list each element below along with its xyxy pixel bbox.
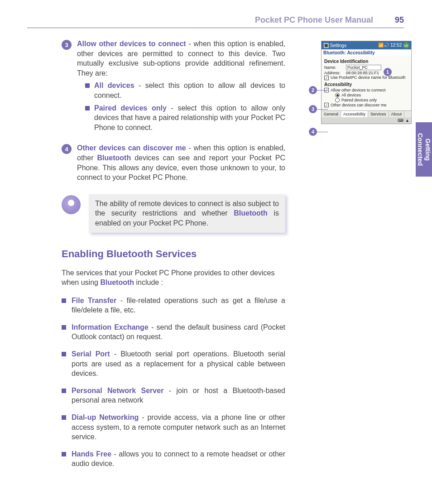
callout-1: 1 [384,68,392,76]
bluetooth-keyword: Bluetooth [234,209,268,217]
step-4-title: Other devices can discover me [77,144,186,152]
allow-connect-row: ✓ Allow other devices to connect [324,88,408,92]
sub-item-all-devices: All devices - select this option to allo… [85,81,285,100]
service-serial-port: Serial Port - Bluetooth serial port oper… [62,349,285,379]
paired-only-label: Paired devices only [341,98,377,102]
service-title: Dial-up Networking [72,413,139,421]
bullet-icon [62,389,66,393]
screenshot-illustration: 🔳 Settings 📶🔊 12:52 ok Bluetooth: Access… [310,41,412,124]
service-title: Information Exchange [72,323,149,331]
service-file-transfer: File Transfer - file-related operations … [62,296,285,315]
callout-2: 2 [309,86,328,94]
chapter-tab-label: Getting Connected [416,122,432,177]
up-icon: ▲ [405,118,409,123]
sub-item-body: Paired devices only - select this option… [94,103,285,133]
paired-only-row: Paired devices only [324,98,408,102]
address-row: Address: 08:00:28:85:21:F1 [324,71,408,75]
services-list: File Transfer - file-related operations … [62,296,285,469]
sub-item-title: Paired devices only [94,104,167,112]
service-title: Hands Free [72,450,111,458]
tip-callout: The ability of remote devices to connect… [62,194,285,233]
callout-4-number: 4 [309,128,317,136]
sub-item-body: All devices - select this option to allo… [94,81,285,100]
service-hands-free: Hands Free - allows you to connect to a … [62,449,285,469]
bullet-icon [62,298,66,303]
bullet-icon [62,352,66,356]
service-body: Information Exchange - send the default … [72,322,285,342]
service-info-exchange: Information Exchange - send the default … [62,322,285,342]
radio-icon [335,93,340,97]
address-label: Address: [324,71,344,75]
callout-3-number: 3 [309,105,317,113]
bluetooth-keyword: Bluetooth [97,154,131,162]
pocket-pc-screenshot: 🔳 Settings 📶🔊 12:52 ok Bluetooth: Access… [321,41,412,124]
callout-3: 3 [309,105,328,113]
allow-connect-label: Allow other devices to connect [331,88,386,92]
tab-about: About [389,111,405,117]
service-body: Dial-up Networking - provide access, via… [72,413,285,442]
service-dialup: Dial-up Networking - provide access, via… [62,413,285,442]
page-number: 95 [395,15,404,25]
service-title: Serial Port [72,350,110,358]
address-value: 08:00:28:85:21:F1 [346,71,379,75]
step-3: 3 Allow other devices to connect - when … [62,39,285,135]
step-4-number: 4 [62,144,72,154]
service-body: Personal Network Server - join or host a… [72,386,285,405]
screenshot-tabs: General Accessibility Services About [322,110,411,117]
use-name-row: ✓ Use PocketPC device name for Bluetooth [324,76,408,80]
section-accessibility: Accessibility [324,82,408,87]
lead-line [317,90,328,91]
bullet-icon [62,415,66,420]
callout-1-number: 1 [384,68,392,76]
all-devices-row: All devices [324,93,408,97]
screenshot-body: Device Identification Name: Pocket_PC Ad… [322,56,411,110]
step-3-title: Allow other devices to connect [77,40,186,48]
lead-line [317,132,328,132]
step-3-body: Allow other devices to connect - when th… [77,39,285,135]
name-label: Name: [324,65,344,70]
lightbulb-icon [62,195,81,214]
page-header: Pocket PC Phone User Manual 95 [27,15,404,28]
tab-accessibility: Accessibility [341,111,368,117]
bullet-icon [85,83,90,88]
tip-box: The ability of remote devices to connect… [89,194,285,233]
service-title: Personal Network Server [72,387,163,394]
screenshot-status: 📶🔊 12:52 ok [378,42,409,48]
intro-text-1: The services that your Pocket PC Phone p… [62,269,274,287]
keyboard-icon: ⌨ [398,118,403,123]
sub-item-paired-only: Paired devices only - select this option… [85,103,285,133]
tab-services: Services [368,111,389,117]
step-4-body: Other devices can discover me - when thi… [77,143,285,182]
radio-icon [335,98,340,102]
section-intro: The services that your Pocket PC Phone p… [62,268,285,288]
name-row: Name: Pocket_PC [324,65,408,70]
sub-item-title: All devices [94,82,134,89]
service-body: File Transfer - file-related operations … [72,296,285,315]
step-3-number: 3 [62,40,72,50]
step-3-sublist: All devices - select this option to allo… [77,81,285,132]
service-body: Serial Port - Bluetooth serial port oper… [72,349,285,379]
discover-row: ✓ Other devices can discover me [324,103,408,107]
screenshot-footer: ⌨▲ [322,117,411,124]
lead-line [317,109,328,110]
screenshot-subtitle: Bluetooth: Accessibility [322,49,411,56]
screenshot-titlebar: 🔳 Settings 📶🔊 12:52 ok [322,41,411,49]
bullet-icon [62,325,66,330]
screenshot-app-title: 🔳 Settings [323,43,346,48]
bullet-icon [85,106,90,110]
step-4: 4 Other devices can discover me - when t… [62,143,285,182]
name-input: Pocket_PC [346,65,381,70]
chapter-tab: Getting Connected [416,122,432,177]
section-device-id: Device Identification [324,59,408,64]
discover-label: Other devices can discover me [331,103,387,107]
callout-2-number: 2 [309,86,317,94]
intro-text-2: include : [134,278,163,286]
service-title: File Transfer [72,297,116,304]
service-personal-network: Personal Network Server - join or host a… [62,386,285,405]
use-name-label: Use PocketPC device name for Bluetooth [331,76,406,80]
service-body: Hands Free - allows you to connect to a … [72,449,285,469]
bullet-icon [62,452,66,456]
manual-title: Pocket PC Phone User Manual [255,15,373,25]
checkbox-icon: ✓ [324,76,329,80]
ok-icon: ok [403,42,409,48]
